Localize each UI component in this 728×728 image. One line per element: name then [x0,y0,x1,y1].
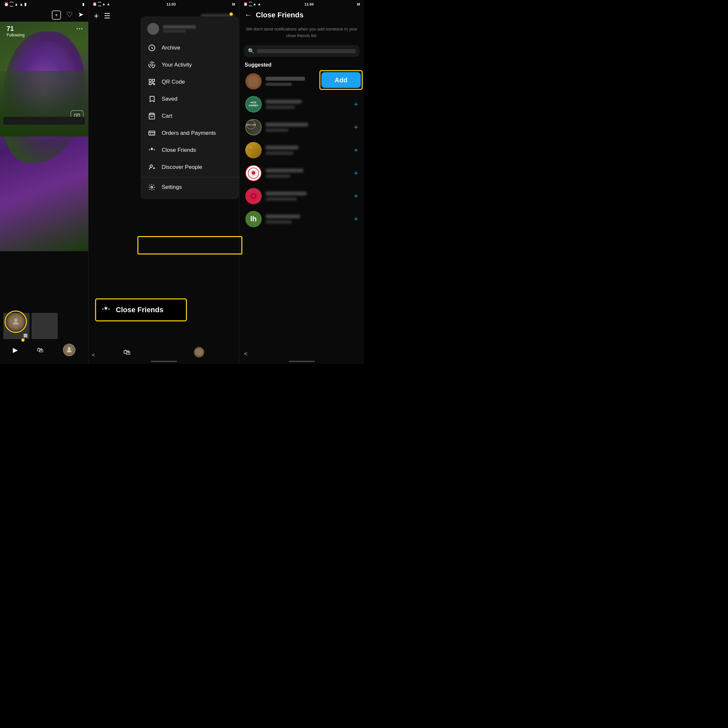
user-handle-5 [266,174,290,178]
heart-icon[interactable]: ♡ [66,11,73,20]
svg-point-13 [151,186,153,188]
profile-small-avatar [6,312,25,331]
discover-label: Discover People [162,164,202,171]
user-name-2 [266,100,302,104]
list-item: EXPLORE + [242,116,361,139]
status-time-2: 11:03 [167,2,176,6]
profile-avatar[interactable] [63,344,75,356]
status-icons-left-2: ⏰ ⁐ ▲ ▲ [92,2,110,6]
add-user-4-button[interactable]: + [354,146,358,154]
shop-bottom-icon[interactable]: 🛍 [123,348,130,356]
settings-label: Settings [162,184,182,191]
p1-top-header: + ♡ ➤ [0,9,88,21]
svg-point-12 [150,165,153,167]
close-friends-menu-icon [147,145,156,155]
svg-rect-5 [153,80,154,81]
svg-point-2 [149,62,155,68]
svg-rect-4 [149,80,151,81]
more-options-icon[interactable]: ⋮ [76,26,84,32]
status-time-1: ⏰ ⁐ ▲ ▲ ▮ [4,2,26,6]
profile-avatar-bottom[interactable] [194,347,204,358]
user-handle-6 [266,197,297,201]
profile-dropdown-menu: Archive Your Activity QR Code [141,17,239,199]
messenger-icon[interactable]: ➤ [78,11,84,20]
vice-games-logo: VICEGAMES [249,101,258,107]
user-avatar-1 [245,73,262,90]
status-bar-3: ⏰ ⁐ ▲ ▲ 11:04 M [239,0,364,8]
cart-icon [147,112,156,121]
home-indicator-2 [151,361,177,362]
shop-icon[interactable]: 🛍 [37,346,44,354]
discover-icon [147,163,156,172]
following-count: 71 [6,25,24,32]
user-name-3 [266,122,308,127]
add-user-5-button[interactable]: + [354,169,358,177]
status-icons-right-2: M [232,2,235,6]
page-title: Close Friends [256,11,303,19]
svg-rect-8 [154,84,155,85]
new-post-icon: + [55,12,58,18]
add-button[interactable]: Add [321,72,361,88]
user-handle-7 [266,220,292,224]
add-button-label: Add [335,76,347,84]
svg-point-11 [154,149,155,150]
user-info-4 [266,145,350,155]
reels-icon[interactable]: ▶ [13,346,18,354]
hamburger-menu-icon[interactable]: ☰ [104,12,110,20]
menu-item-orders[interactable]: Orders and Payments [141,125,239,142]
menu-item-archive[interactable]: Archive [141,39,239,57]
profile-callout-circle [5,310,27,333]
bio-bar [3,117,85,125]
food-thumbnail[interactable] [32,313,58,339]
back-nav-indicator[interactable]: < [92,352,95,358]
search-icon: 🔍 [248,48,254,54]
menu-item-activity[interactable]: Your Activity [141,57,239,73]
status-icons-1: ▮ [82,2,84,6]
new-post-button[interactable]: + [52,11,61,20]
add-user-6-button[interactable]: + [354,192,358,200]
menu-item-saved[interactable]: Saved [141,90,239,107]
user-info-2 [266,100,350,109]
status-bar-1: ⏰ ⁐ ▲ ▲ ▮ ▮ [0,0,88,9]
following-section: 71 Following [6,25,24,37]
svg-point-10 [149,149,150,150]
status-icons-left-3: ⏰ ⁐ ▲ ▲ [243,2,261,6]
status-mail-3: M [357,2,360,6]
menu-item-cart[interactable]: Cart [141,107,239,125]
panel-instagram-menu: ⏰ ⁐ ▲ ▲ 11:03 M + ☰ 71 Following [89,0,239,364]
menu-item-qr[interactable]: QR Code [141,73,239,90]
dropdown-profile-row[interactable] [141,20,239,39]
qr-icon [147,77,156,87]
user-avatar-6 [245,188,262,204]
settings-icon [147,183,156,192]
add-post-icon[interactable]: + [94,11,99,21]
list-item: + [242,185,361,208]
flower-photo [0,21,88,251]
close-friends-highlight-box [138,236,242,254]
menu-item-close-friends[interactable]: Close Friends [141,142,239,159]
search-bar-container[interactable]: 🔍 [244,45,359,57]
p1-profile-content: ⋮ 71 Following [0,21,88,346]
bookmark-icon: ▩ [23,332,28,338]
user-name-6 [266,191,307,196]
p1-bottom-nav: ▶ 🛍 [0,341,88,358]
panel-instagram-profile: ⏰ ⁐ ▲ ▲ ▮ ▮ + ♡ ➤ ⋮ 71 Following [0,0,89,364]
add-user-2-button[interactable]: + [354,100,358,109]
search-input[interactable] [257,49,355,53]
home-indicator-3 [289,361,315,362]
notification-notice: We don't send notifications when you add… [239,23,364,43]
menu-item-discover[interactable]: Discover People [141,159,239,176]
saved-label: Saved [162,96,177,102]
add-user-7-button[interactable]: + [354,215,358,223]
menu-item-settings[interactable]: Settings [141,179,239,196]
user-avatar-3: EXPLORE [245,119,262,135]
dropdown-avatar [147,23,159,35]
user-name-4 [266,145,298,150]
p3-back-button[interactable]: < [244,350,248,358]
user-handle-4 [266,151,294,155]
orders-label: Orders and Payments [162,130,216,136]
add-user-3-button[interactable]: + [354,123,358,132]
back-button[interactable]: ← [245,11,252,19]
user-avatar-2: VICEGAMES [245,96,262,113]
suggested-label: Suggested [239,59,364,70]
